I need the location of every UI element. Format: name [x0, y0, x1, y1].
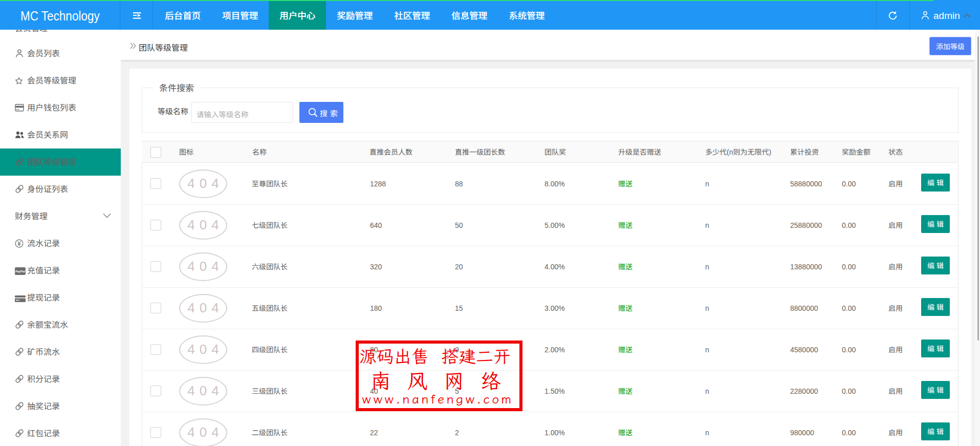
svg-text:PayPal: PayPal: [15, 270, 25, 273]
